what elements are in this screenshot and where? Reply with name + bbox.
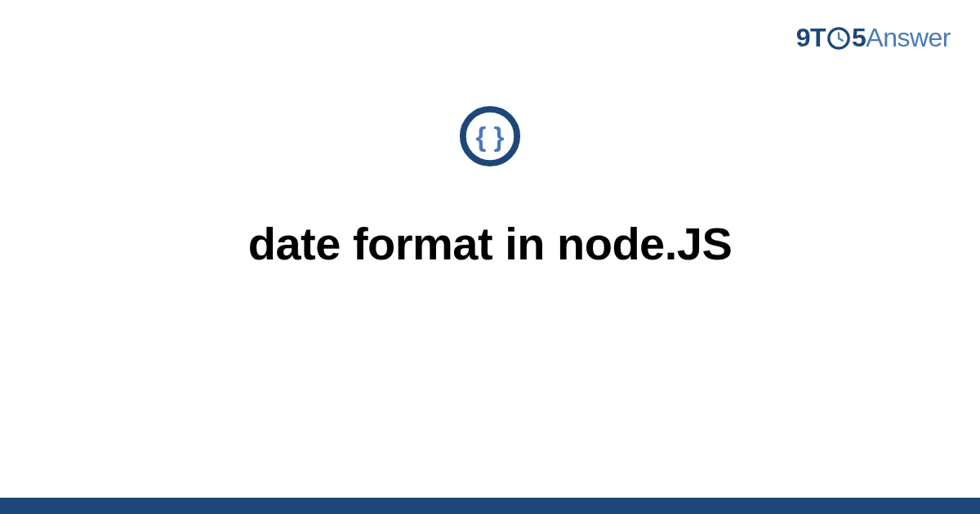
footer-accent-bar	[0, 498, 980, 514]
brand-text-5: 5	[852, 23, 866, 53]
main-content: { } date format in node.JS	[0, 104, 980, 270]
svg-text:{ }: { }	[475, 122, 504, 152]
svg-line-2	[839, 38, 843, 41]
code-braces-icon: { }	[458, 104, 522, 168]
brand-text-9t: 9T	[796, 23, 826, 53]
brand-text-answer: Answer	[866, 23, 951, 53]
page-title: date format in node.JS	[248, 217, 733, 270]
brand-clock-icon	[826, 26, 851, 51]
brand-logo[interactable]: 9T 5 Answer	[796, 23, 951, 53]
